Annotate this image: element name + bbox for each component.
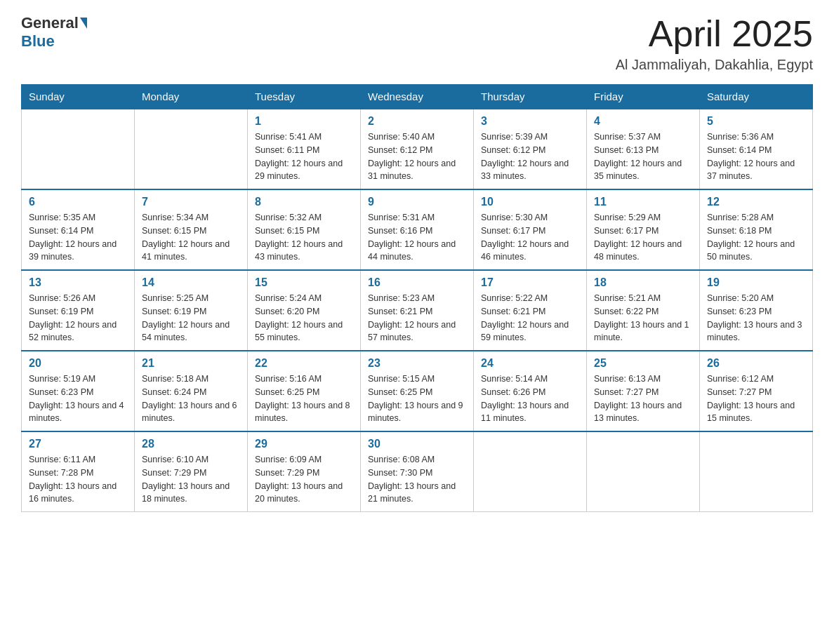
day-detail: Sunrise: 5:24 AMSunset: 6:20 PMDaylight:… bbox=[255, 292, 353, 344]
header: General Blue April 2025 Al Jammaliyah, D… bbox=[21, 14, 813, 73]
day-number: 19 bbox=[707, 276, 805, 289]
day-detail: Sunrise: 5:25 AMSunset: 6:19 PMDaylight:… bbox=[142, 292, 240, 344]
day-number: 17 bbox=[481, 276, 579, 289]
header-wednesday: Wednesday bbox=[361, 85, 474, 109]
day-detail: Sunrise: 5:29 AMSunset: 6:17 PMDaylight:… bbox=[594, 211, 692, 264]
header-sunday: Sunday bbox=[22, 85, 135, 109]
calendar-cell: 20Sunrise: 5:19 AMSunset: 6:23 PMDayligh… bbox=[22, 351, 135, 431]
day-detail: Sunrise: 5:19 AMSunset: 6:23 PMDaylight:… bbox=[29, 373, 127, 425]
calendar-cell: 18Sunrise: 5:21 AMSunset: 6:22 PMDayligh… bbox=[587, 270, 700, 351]
header-monday: Monday bbox=[135, 85, 248, 109]
day-detail: Sunrise: 5:23 AMSunset: 6:21 PMDaylight:… bbox=[368, 292, 466, 344]
day-detail: Sunrise: 5:14 AMSunset: 6:26 PMDaylight:… bbox=[481, 373, 579, 425]
title-area: April 2025 Al Jammaliyah, Dakahlia, Egyp… bbox=[616, 14, 813, 73]
day-detail: Sunrise: 6:13 AMSunset: 7:27 PMDaylight:… bbox=[594, 373, 692, 425]
day-number: 5 bbox=[707, 115, 805, 128]
logo-blue: Blue bbox=[21, 32, 55, 51]
day-number: 18 bbox=[594, 276, 692, 289]
calendar-table: SundayMondayTuesdayWednesdayThursdayFrid… bbox=[21, 84, 813, 512]
day-detail: Sunrise: 5:40 AMSunset: 6:12 PMDaylight:… bbox=[368, 130, 466, 183]
day-number: 29 bbox=[255, 438, 353, 450]
calendar-cell: 4Sunrise: 5:37 AMSunset: 6:13 PMDaylight… bbox=[587, 109, 700, 189]
day-detail: Sunrise: 5:22 AMSunset: 6:21 PMDaylight:… bbox=[481, 292, 579, 344]
calendar-cell: 29Sunrise: 6:09 AMSunset: 7:29 PMDayligh… bbox=[248, 431, 361, 512]
day-number: 3 bbox=[481, 115, 579, 128]
calendar-cell: 14Sunrise: 5:25 AMSunset: 6:19 PMDayligh… bbox=[135, 270, 248, 351]
day-number: 6 bbox=[29, 196, 127, 208]
day-number: 25 bbox=[594, 357, 692, 370]
day-number: 10 bbox=[481, 196, 579, 208]
day-detail: Sunrise: 5:34 AMSunset: 6:15 PMDaylight:… bbox=[142, 211, 240, 264]
day-number: 2 bbox=[368, 115, 466, 128]
day-detail: Sunrise: 5:41 AMSunset: 6:11 PMDaylight:… bbox=[255, 130, 353, 183]
calendar-cell: 17Sunrise: 5:22 AMSunset: 6:21 PMDayligh… bbox=[474, 270, 587, 351]
day-detail: Sunrise: 5:26 AMSunset: 6:19 PMDaylight:… bbox=[29, 292, 127, 344]
week-row-5: 27Sunrise: 6:11 AMSunset: 7:28 PMDayligh… bbox=[22, 431, 813, 512]
day-number: 27 bbox=[29, 438, 127, 450]
header-friday: Friday bbox=[587, 85, 700, 109]
week-row-4: 20Sunrise: 5:19 AMSunset: 6:23 PMDayligh… bbox=[22, 351, 813, 431]
day-detail: Sunrise: 6:12 AMSunset: 7:27 PMDaylight:… bbox=[707, 373, 805, 425]
day-detail: Sunrise: 5:35 AMSunset: 6:14 PMDaylight:… bbox=[29, 211, 127, 264]
calendar-cell: 6Sunrise: 5:35 AMSunset: 6:14 PMDaylight… bbox=[22, 189, 135, 270]
week-row-2: 6Sunrise: 5:35 AMSunset: 6:14 PMDaylight… bbox=[22, 189, 813, 270]
week-row-1: 1Sunrise: 5:41 AMSunset: 6:11 PMDaylight… bbox=[22, 109, 813, 189]
day-detail: Sunrise: 6:10 AMSunset: 7:29 PMDaylight:… bbox=[142, 453, 240, 506]
day-detail: Sunrise: 6:08 AMSunset: 7:30 PMDaylight:… bbox=[368, 453, 466, 506]
day-detail: Sunrise: 5:16 AMSunset: 6:25 PMDaylight:… bbox=[255, 373, 353, 425]
day-number: 15 bbox=[255, 276, 353, 289]
day-detail: Sunrise: 5:39 AMSunset: 6:12 PMDaylight:… bbox=[481, 130, 579, 183]
calendar-cell: 3Sunrise: 5:39 AMSunset: 6:12 PMDaylight… bbox=[474, 109, 587, 189]
day-number: 7 bbox=[142, 196, 240, 208]
calendar-header-row: SundayMondayTuesdayWednesdayThursdayFrid… bbox=[22, 85, 813, 109]
calendar-cell: 24Sunrise: 5:14 AMSunset: 6:26 PMDayligh… bbox=[474, 351, 587, 431]
calendar-cell bbox=[474, 431, 587, 512]
calendar-cell bbox=[135, 109, 248, 189]
calendar-cell: 16Sunrise: 5:23 AMSunset: 6:21 PMDayligh… bbox=[361, 270, 474, 351]
calendar-cell: 12Sunrise: 5:28 AMSunset: 6:18 PMDayligh… bbox=[700, 189, 813, 270]
calendar-cell: 21Sunrise: 5:18 AMSunset: 6:24 PMDayligh… bbox=[135, 351, 248, 431]
day-detail: Sunrise: 6:11 AMSunset: 7:28 PMDaylight:… bbox=[29, 453, 127, 506]
day-number: 1 bbox=[255, 115, 353, 128]
calendar-cell: 23Sunrise: 5:15 AMSunset: 6:25 PMDayligh… bbox=[361, 351, 474, 431]
day-number: 30 bbox=[368, 438, 466, 450]
day-number: 14 bbox=[142, 276, 240, 289]
logo-general: General bbox=[21, 14, 79, 32]
calendar-cell: 2Sunrise: 5:40 AMSunset: 6:12 PMDaylight… bbox=[361, 109, 474, 189]
day-number: 13 bbox=[29, 276, 127, 289]
day-number: 8 bbox=[255, 196, 353, 208]
calendar-cell: 26Sunrise: 6:12 AMSunset: 7:27 PMDayligh… bbox=[700, 351, 813, 431]
day-detail: Sunrise: 6:09 AMSunset: 7:29 PMDaylight:… bbox=[255, 453, 353, 506]
calendar-cell: 11Sunrise: 5:29 AMSunset: 6:17 PMDayligh… bbox=[587, 189, 700, 270]
day-number: 20 bbox=[29, 357, 127, 370]
day-number: 22 bbox=[255, 357, 353, 370]
day-detail: Sunrise: 5:21 AMSunset: 6:22 PMDaylight:… bbox=[594, 292, 692, 344]
day-detail: Sunrise: 5:15 AMSunset: 6:25 PMDaylight:… bbox=[368, 373, 466, 425]
day-detail: Sunrise: 5:36 AMSunset: 6:14 PMDaylight:… bbox=[707, 130, 805, 183]
calendar-cell: 1Sunrise: 5:41 AMSunset: 6:11 PMDaylight… bbox=[248, 109, 361, 189]
month-title: April 2025 bbox=[616, 14, 813, 54]
day-number: 26 bbox=[707, 357, 805, 370]
header-thursday: Thursday bbox=[474, 85, 587, 109]
day-number: 21 bbox=[142, 357, 240, 370]
calendar-cell: 10Sunrise: 5:30 AMSunset: 6:17 PMDayligh… bbox=[474, 189, 587, 270]
calendar-cell: 19Sunrise: 5:20 AMSunset: 6:23 PMDayligh… bbox=[700, 270, 813, 351]
day-number: 16 bbox=[368, 276, 466, 289]
calendar-cell: 7Sunrise: 5:34 AMSunset: 6:15 PMDaylight… bbox=[135, 189, 248, 270]
day-detail: Sunrise: 5:31 AMSunset: 6:16 PMDaylight:… bbox=[368, 211, 466, 264]
location-title: Al Jammaliyah, Dakahlia, Egypt bbox=[616, 57, 813, 73]
logo: General Blue bbox=[21, 14, 87, 51]
header-tuesday: Tuesday bbox=[248, 85, 361, 109]
header-saturday: Saturday bbox=[700, 85, 813, 109]
calendar-cell: 28Sunrise: 6:10 AMSunset: 7:29 PMDayligh… bbox=[135, 431, 248, 512]
calendar-cell: 25Sunrise: 6:13 AMSunset: 7:27 PMDayligh… bbox=[587, 351, 700, 431]
day-number: 11 bbox=[594, 196, 692, 208]
logo-text: General bbox=[21, 14, 87, 32]
day-detail: Sunrise: 5:20 AMSunset: 6:23 PMDaylight:… bbox=[707, 292, 805, 344]
day-detail: Sunrise: 5:32 AMSunset: 6:15 PMDaylight:… bbox=[255, 211, 353, 264]
day-detail: Sunrise: 5:30 AMSunset: 6:17 PMDaylight:… bbox=[481, 211, 579, 264]
calendar-cell: 9Sunrise: 5:31 AMSunset: 6:16 PMDaylight… bbox=[361, 189, 474, 270]
logo-triangle-icon bbox=[80, 18, 87, 29]
calendar-cell bbox=[22, 109, 135, 189]
calendar-cell bbox=[700, 431, 813, 512]
